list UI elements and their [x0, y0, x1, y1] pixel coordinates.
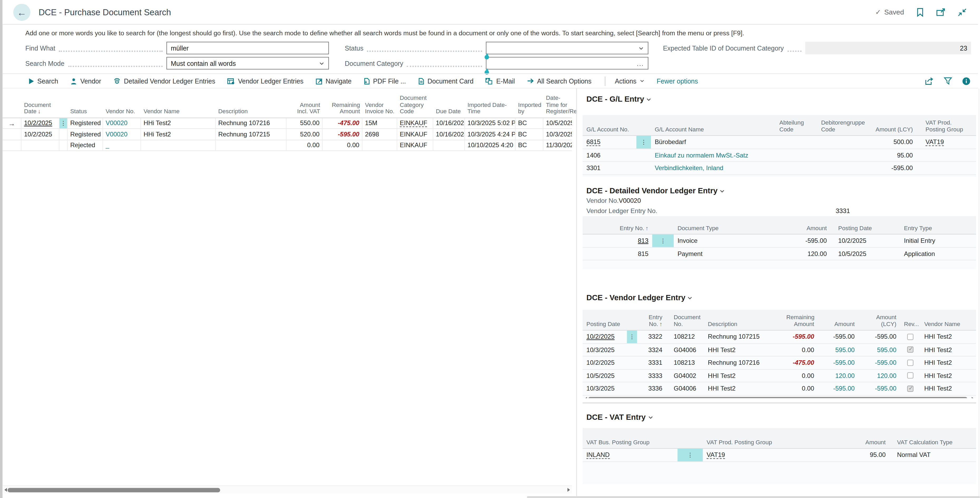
result-row[interactable]: 10/2/2025 Registered V00020 HHi Test2 Re… [3, 129, 572, 140]
description-cell[interactable]: HHI Test2 [704, 343, 783, 356]
row-menu-button[interactable]: ⋮ [627, 330, 637, 343]
amount-cell[interactable]: -595.00 [818, 357, 859, 369]
navigate-action[interactable]: Navigate [315, 78, 352, 84]
result-row[interactable]: → 10/2/2025 ⋮ Registered V00020 HHi Test… [3, 118, 572, 129]
posting-date-cell[interactable]: 10/5/2025 [582, 370, 627, 382]
remaining-amount-cell[interactable]: 0.00 [783, 370, 818, 382]
col-vendor-no[interactable]: Vendor No. [103, 108, 141, 117]
vat-prod-posting-group-cell[interactable] [917, 162, 975, 174]
gl-row[interactable]: 1406 Einkauf zu normalem MwSt.-Satz 95.0… [582, 149, 976, 162]
description-cell[interactable]: Rechnung 107215 [216, 129, 286, 140]
vendor-name-cell[interactable]: HHi Test2 [141, 129, 216, 140]
doc-category-code-cell[interactable]: EINKAUF [397, 140, 433, 151]
col-remaining-amount[interactable]: Remaining Amount [323, 102, 363, 117]
status-cell[interactable]: Registered [68, 129, 103, 140]
status-cell[interactable]: Rejected [68, 140, 103, 151]
assist-edit-icon[interactable]: ... [637, 60, 644, 67]
row-menu-button[interactable]: ⋮ [636, 136, 651, 148]
remaining-amount-cell[interactable]: 0.00 [783, 382, 818, 395]
col-document-date[interactable]: Document Date↓ [22, 102, 60, 117]
vendor-name-cell[interactable]: HHI Test2 [920, 370, 975, 382]
col-status[interactable]: Status [68, 108, 103, 117]
vendor-name-cell[interactable]: HHI Test2 [920, 330, 975, 343]
amount-incl-vat-cell[interactable]: 0.00 [286, 140, 323, 151]
vat-calculation-type-cell[interactable]: Normal VAT [889, 449, 975, 461]
vat-row[interactable]: INLAND ⋮ VAT19 95.00 Normal VAT [582, 449, 976, 462]
row-menu-button[interactable]: ⋮ [678, 449, 703, 461]
col-gl-account-name[interactable]: G/L Account Name [651, 126, 776, 135]
vendor-no-cell[interactable]: V00020 [103, 129, 141, 140]
search-mode-select[interactable]: Must contain all words [166, 57, 329, 70]
imported-datetime-cell[interactable]: 10/3/2025 5:02 P... [465, 118, 515, 128]
amount-cell[interactable]: -595.00 [818, 330, 859, 343]
doc-category-code-cell[interactable]: EINKAUF [397, 129, 433, 140]
description-cell[interactable]: Rechnung 107215 [704, 330, 783, 343]
vat-entry-section-title[interactable]: DCE - VAT Entry [587, 413, 654, 422]
amount-lcy-cell[interactable]: 595.00 [859, 343, 900, 356]
col-imported-by[interactable]: Imported by [515, 102, 544, 117]
amount-lcy-cell[interactable]: -595.00 [861, 162, 916, 174]
find-what-input[interactable] [166, 41, 329, 54]
vat-prod-posting-group-cell[interactable]: VAT19 [703, 449, 785, 461]
document-date-cell[interactable] [22, 140, 60, 151]
amount-cell[interactable]: -595.00 [818, 382, 859, 395]
posting-date-cell[interactable]: 10/5/2025 [830, 247, 880, 260]
status-cell[interactable]: Registered [68, 118, 103, 128]
description-cell[interactable]: Rechnung 107216 [216, 118, 286, 128]
vendor-name-cell[interactable] [141, 140, 216, 151]
detailed-vle-row[interactable]: 815 Payment 120.00 10/5/2025 Application [582, 247, 976, 260]
amount-lcy-cell[interactable]: -595.00 [859, 357, 900, 369]
col-remaining-amount[interactable]: Remaining Amount [783, 314, 818, 330]
entry-no-cell[interactable]: 813 [582, 235, 652, 247]
col-debitorengruppe-code[interactable]: Debitorengruppe Code [818, 120, 861, 135]
reversed-checkbox[interactable] [907, 334, 913, 340]
posting-date-cell[interactable]: 10/2/2025 [582, 357, 627, 369]
col-description[interactable]: Description [704, 321, 783, 330]
vendor-name-cell[interactable]: HHI Test2 [920, 343, 975, 356]
amount-cell[interactable]: -595.00 [785, 235, 830, 247]
document-no-cell[interactable]: G04006 [666, 382, 704, 395]
col-entry-type[interactable]: Entry Type [880, 225, 975, 234]
amount-lcy-cell[interactable]: -595.00 [859, 382, 900, 395]
vendor-name-cell[interactable]: HHi Test2 [141, 118, 216, 128]
reversed-checkbox[interactable] [907, 385, 913, 392]
vendor-no-cell[interactable]: _ [103, 140, 141, 151]
remaining-amount-cell[interactable]: -595.00 [783, 330, 818, 343]
document-type-cell[interactable]: Invoice [674, 235, 785, 247]
col-entry-no[interactable]: Entry No.↑ [582, 225, 652, 234]
vat-prod-posting-group-cell[interactable]: VAT19 [917, 136, 975, 148]
col-register-datetime[interactable]: Date-Time for Register/Reject [544, 95, 572, 117]
entry-no-cell[interactable]: 3336 [637, 382, 666, 395]
col-posting-date[interactable]: Posting Date [830, 225, 880, 234]
gl-account-name-cell[interactable]: Verbindlichkeiten, Inland [651, 162, 776, 174]
gl-account-name-cell[interactable]: Bürobedarf [651, 136, 776, 148]
amount-lcy-cell[interactable]: 95.00 [861, 149, 916, 161]
vendor-ledger-section-title[interactable]: DCE - Vendor Ledger Entry [587, 293, 693, 302]
col-entry-no[interactable]: Entry No.↑ [637, 314, 666, 330]
posting-date-cell[interactable]: 10/2/2025 [830, 235, 880, 247]
gl-entry-section-title[interactable]: DCE - G/L Entry [587, 95, 652, 104]
amount-lcy-cell[interactable]: -595.00 [859, 330, 900, 343]
vendor-invoice-no-cell[interactable] [363, 140, 397, 151]
detailed-vendor-ledger-entries-action[interactable]: Detailed Vendor Ledger Entries [113, 78, 215, 84]
description-cell[interactable]: HHI Test2 [704, 370, 783, 382]
gl-row[interactable]: 3301 Verbindlichkeiten, Inland -595.00 [582, 162, 976, 174]
imported-by-cell[interactable]: BC [515, 129, 544, 140]
posting-date-cell[interactable]: 10/2/2025 [582, 330, 627, 343]
vendor-ledger-row[interactable]: 10/3/2025 3336 G04006 HHI Test2 0.00 -59… [582, 382, 976, 395]
vendor-invoice-no-cell[interactable]: 2698 [363, 129, 397, 140]
col-document-no[interactable]: Document No. [666, 314, 704, 330]
scroll-left-icon[interactable] [5, 488, 7, 492]
document-no-cell[interactable]: 108213 [666, 357, 704, 369]
gl-account-no-cell[interactable]: 6815 [582, 136, 636, 148]
vendor-action[interactable]: Vendor [70, 78, 101, 84]
pdf-file-action[interactable]: PDF File ... [363, 78, 406, 84]
actions-menu[interactable]: Actions [615, 78, 645, 84]
vendor-ledger-row[interactable]: 10/3/2025 3324 G04006 HHI Test2 0.00 595… [582, 343, 976, 356]
col-vat-bus-posting-group[interactable]: VAT Bus. Posting Group [582, 439, 678, 448]
doc-category-code-cell[interactable]: EINKAUF [397, 118, 433, 128]
col-amount[interactable]: Amount [785, 439, 889, 448]
col-amount-lcy[interactable]: Amount (LCY) [861, 126, 916, 135]
vendor-name-cell[interactable]: HHI Test2 [920, 382, 975, 395]
col-vendor-name[interactable]: Vendor Name [920, 321, 975, 330]
